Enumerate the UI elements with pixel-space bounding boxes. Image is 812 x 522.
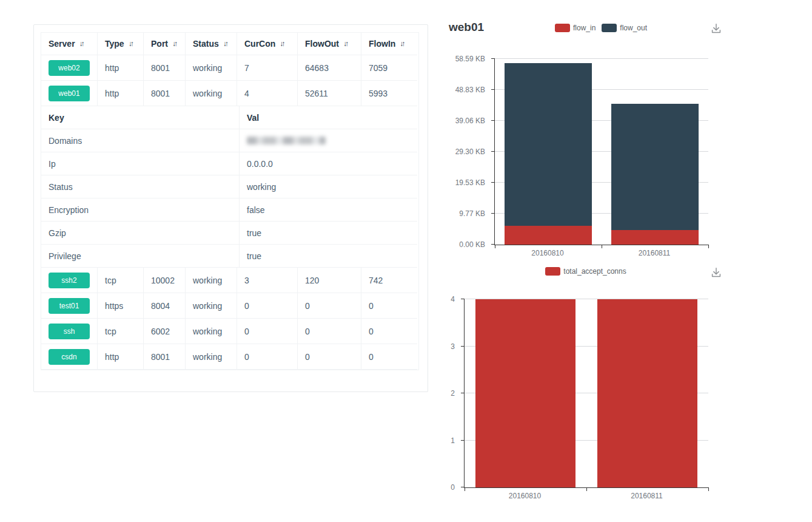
server-cell: web01 [41, 81, 98, 106]
y-axis-tick-label: 0 [451, 483, 455, 492]
server-cell: csdn [41, 344, 98, 370]
table-cell-port: 8001 [144, 344, 186, 370]
sort-icon[interactable]: ↓↑ [280, 40, 285, 47]
bar-flow_out-20160811 [611, 104, 699, 230]
sort-icon[interactable]: ↓↑ [129, 40, 134, 47]
bar-total_accept_conns-20160811 [597, 299, 697, 487]
kv-value: true [240, 245, 417, 268]
table-cell-type: http [98, 55, 144, 81]
download-icon[interactable] [710, 22, 723, 35]
table-cell-flowin: 0 [361, 293, 417, 319]
legend-item-total_accept_conns[interactable]: total_accept_conns [545, 267, 626, 276]
chart1-plot-area [494, 59, 708, 245]
column-header-label: CurCon [244, 39, 275, 49]
kv-key: Privilege [41, 245, 240, 268]
table-cell-type: http [98, 344, 144, 370]
table-cell-port: 8004 [144, 293, 186, 319]
x-axis-category-label: 20160810 [531, 249, 563, 257]
table-cell-curcon: 4 [237, 81, 298, 106]
server-badge[interactable]: csdn [49, 349, 90, 365]
bar-column-20160811 [602, 59, 708, 245]
x-axis-tick [602, 245, 602, 248]
sort-icon[interactable]: ↓↑ [223, 40, 229, 47]
table-cell-flowin: 0 [361, 344, 417, 370]
bar-column-20160810 [465, 299, 586, 487]
table-cell-status: working [186, 293, 237, 319]
server-cell: test01 [41, 293, 98, 319]
sort-icon[interactable]: ↓↑ [400, 40, 405, 47]
column-header-label: FlowOut [305, 39, 339, 49]
sort-icon[interactable]: ↓↑ [79, 40, 85, 47]
server-badge[interactable]: ssh [49, 324, 90, 339]
y-axis-tick-label: 1 [451, 436, 455, 445]
column-header-flowout[interactable]: FlowOut↓↑ [298, 33, 361, 55]
table-cell-curcon: 3 [237, 268, 298, 293]
sort-icon[interactable]: ↓↑ [172, 40, 178, 47]
y-axis-tick-label: 9.77 KB [459, 209, 485, 218]
kv-val-header: Val [240, 106, 417, 129]
table-cell-type: http [98, 81, 144, 106]
domains-value-redacted [247, 137, 326, 144]
table-cell-flowout: 0 [298, 319, 361, 344]
legend-label: total_accept_conns [563, 267, 626, 276]
chart-title: web01 [449, 21, 484, 34]
server-badge[interactable]: web02 [49, 60, 90, 76]
x-axis-tick [495, 245, 495, 248]
bar-flow_in-20160811 [611, 230, 699, 245]
column-header-label: Status [193, 39, 219, 49]
kv-key: Encryption [41, 198, 240, 222]
legend-item-flow_in[interactable]: flow_in [555, 24, 596, 32]
server-cell: ssh [41, 319, 98, 344]
table-cell-status: working [186, 55, 237, 81]
table-cell-curcon: 0 [237, 293, 298, 319]
kv-value [240, 129, 417, 152]
table-cell-port: 8001 [144, 81, 186, 106]
kv-value-text: true [247, 251, 261, 261]
sort-icon[interactable]: ↓↑ [343, 40, 349, 47]
x-axis-category-label: 20160811 [631, 492, 663, 500]
table-cell-port: 10002 [144, 268, 186, 293]
server-tables: Server↓↑Type↓↑Port↓↑Status↓↑CurCon↓↑Flow… [41, 32, 419, 370]
column-header-flowin[interactable]: FlowIn↓↑ [361, 33, 417, 55]
chart1-x-axis-labels: 2016081020160811 [494, 249, 708, 259]
y-axis-tick-label: 48.83 KB [455, 86, 485, 94]
chart2-legend: total_accept_conns [464, 267, 708, 276]
bar-flow_out-20160810 [505, 63, 592, 226]
y-axis-tick-label: 0.00 KB [459, 240, 485, 249]
kv-key-header: Key [41, 106, 240, 129]
column-header-type[interactable]: Type↓↑ [98, 33, 144, 55]
chart2-plot-area [464, 299, 708, 488]
column-header-label: Server [49, 39, 75, 49]
column-header-label: FlowIn [369, 39, 395, 49]
bar-column-20160811 [586, 299, 708, 487]
server-badge[interactable]: web01 [49, 86, 90, 101]
download-icon[interactable] [710, 266, 723, 279]
y-axis-tick-label: 39.06 KB [455, 117, 485, 125]
server-badge[interactable]: test01 [49, 298, 90, 314]
x-axis-tick [586, 487, 587, 491]
bar-total_accept_conns-20160810 [475, 299, 575, 487]
server-detail-card: Server↓↑Type↓↑Port↓↑Status↓↑CurCon↓↑Flow… [33, 24, 428, 392]
kv-key: Domains [41, 129, 240, 152]
y-axis-tick-label: 2 [451, 389, 455, 398]
legend-swatch [555, 24, 570, 32]
column-header-port[interactable]: Port↓↑ [144, 33, 186, 55]
kv-key: Status [41, 175, 240, 198]
column-header-server[interactable]: Server↓↑ [41, 33, 98, 55]
kv-value-text: 0.0.0.0 [247, 159, 273, 169]
kv-value: true [240, 222, 417, 245]
server-cell: web02 [41, 55, 98, 81]
kv-value: 0.0.0.0 [240, 152, 417, 175]
legend-label: flow_out [620, 24, 647, 32]
bar-flow_in-20160810 [505, 226, 592, 245]
column-header-curcon[interactable]: CurCon↓↑ [237, 33, 298, 55]
x-axis-category-label: 20160810 [509, 492, 541, 500]
legend-item-flow_out[interactable]: flow_out [602, 24, 647, 32]
table-cell-flowin: 7059 [361, 55, 417, 81]
table-cell-flowout: 0 [298, 293, 361, 319]
column-header-status[interactable]: Status↓↑ [186, 33, 237, 55]
table-cell-flowout: 52611 [298, 81, 361, 106]
server-badge[interactable]: ssh2 [49, 273, 90, 288]
table-cell-status: working [186, 81, 237, 106]
chart2-y-axis-labels: 01234 [437, 299, 460, 487]
